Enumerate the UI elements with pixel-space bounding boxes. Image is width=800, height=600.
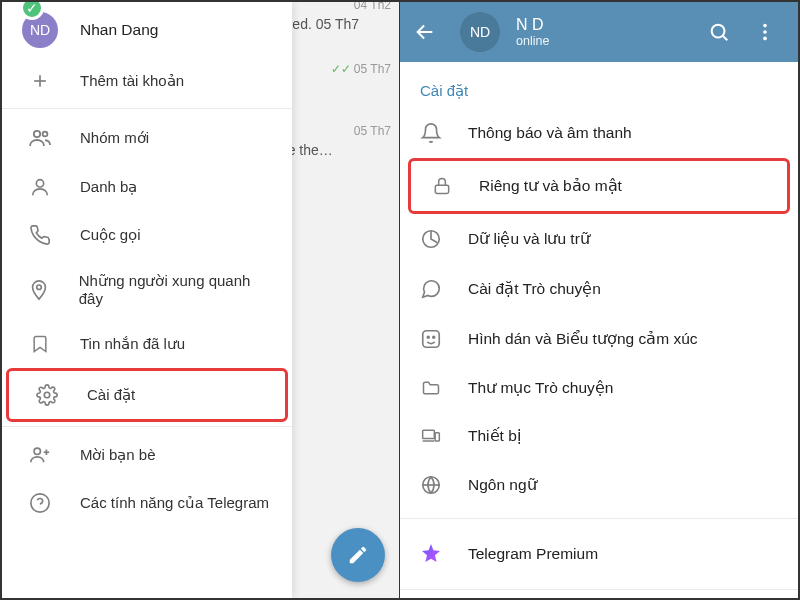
phone-icon bbox=[22, 224, 58, 246]
contact-icon bbox=[22, 176, 58, 198]
svg-point-7 bbox=[34, 448, 40, 454]
lock-icon bbox=[429, 175, 455, 197]
setting-label: Cài đặt Trò chuyện bbox=[468, 280, 601, 298]
smile-icon bbox=[418, 328, 444, 350]
setting-item-devices[interactable]: Thiết bị bbox=[400, 412, 798, 460]
menu-label: Những người xung quanh đây bbox=[79, 272, 272, 307]
divider bbox=[400, 518, 798, 519]
chat-list-background: 04 Th2 anged. 05 Th7 05 Th7 05 Th7 l me … bbox=[289, 2, 399, 598]
sidebar-item-people-nearby[interactable]: Những người xung quanh đây bbox=[2, 259, 292, 320]
add-user-icon bbox=[22, 444, 58, 466]
help-icon bbox=[22, 492, 58, 514]
setting-item-data-storage[interactable]: Dữ liệu và lưu trữ bbox=[400, 214, 798, 264]
chat-time: 04 Th2 bbox=[354, 0, 391, 12]
menu-label: Tin nhắn đã lưu bbox=[80, 335, 185, 353]
folder-icon bbox=[418, 378, 444, 398]
svg-point-16 bbox=[763, 30, 767, 34]
setting-label: Telegram Premium bbox=[468, 545, 598, 563]
bell-icon bbox=[418, 122, 444, 144]
menu-label: Nhóm mới bbox=[80, 129, 149, 147]
divider bbox=[400, 589, 798, 590]
search-button[interactable] bbox=[708, 21, 738, 43]
search-icon bbox=[708, 21, 738, 43]
svg-line-14 bbox=[723, 36, 727, 40]
svg-point-3 bbox=[43, 132, 48, 137]
compose-fab[interactable] bbox=[331, 528, 385, 582]
globe-icon bbox=[418, 474, 444, 496]
svg-point-17 bbox=[763, 37, 767, 41]
menu-label: Các tính năng của Telegram bbox=[80, 494, 269, 512]
sidebar-item-saved-messages[interactable]: Tin nhắn đã lưu bbox=[2, 320, 292, 368]
arrow-left-icon bbox=[414, 21, 444, 43]
svg-rect-18 bbox=[435, 185, 448, 193]
setting-item-folders[interactable]: Thư mục Trò chuyện bbox=[400, 364, 798, 412]
svg-point-21 bbox=[427, 336, 429, 338]
account-row[interactable]: ND Nhan Dang bbox=[2, 2, 292, 58]
account-name: Nhan Dang bbox=[80, 21, 158, 39]
setting-label: Riêng tư và bảo mật bbox=[479, 177, 622, 195]
sidebar-item-invite-friends[interactable]: Mời bạn bè bbox=[2, 431, 292, 479]
devices-icon bbox=[418, 426, 444, 446]
setting-item-premium[interactable]: Telegram Premium bbox=[400, 527, 798, 581]
header-avatar: ND bbox=[460, 12, 500, 52]
setting-label: Thư mục Trò chuyện bbox=[468, 379, 613, 397]
menu-label: Danh bạ bbox=[80, 178, 137, 196]
svg-point-4 bbox=[36, 180, 43, 187]
svg-rect-23 bbox=[423, 430, 435, 438]
menu-label: Cài đặt bbox=[87, 386, 135, 404]
more-vertical-icon bbox=[754, 21, 784, 43]
drawer-sidebar: ND Nhan Dang Thêm tài khoản Nhóm mới bbox=[2, 2, 292, 598]
right-pane: ND N D online Cài đặt bbox=[400, 2, 798, 598]
chat-time: 05 Th7 bbox=[354, 124, 391, 138]
bookmark-icon bbox=[22, 333, 58, 355]
gear-icon bbox=[29, 384, 65, 406]
menu-label: Thêm tài khoản bbox=[80, 72, 184, 90]
svg-point-10 bbox=[31, 494, 49, 512]
svg-point-22 bbox=[433, 336, 435, 338]
group-icon bbox=[22, 126, 58, 150]
sidebar-item-telegram-features[interactable]: Các tính năng của Telegram bbox=[2, 479, 292, 527]
chat-icon bbox=[418, 278, 444, 300]
sidebar-item-contacts[interactable]: Danh bạ bbox=[2, 163, 292, 211]
more-button[interactable] bbox=[754, 21, 784, 43]
svg-rect-25 bbox=[435, 433, 439, 441]
left-pane: ✓ 04 Th2 anged. 05 Th7 05 Th7 05 Th7 l m… bbox=[2, 2, 400, 598]
sidebar-item-settings[interactable]: Cài đặt bbox=[6, 368, 288, 422]
setting-label: Thiết bị bbox=[468, 427, 521, 445]
star-icon bbox=[418, 541, 444, 567]
pie-icon bbox=[418, 228, 444, 250]
nearby-icon bbox=[22, 279, 57, 301]
setting-label: Hình dán và Biểu tượng cảm xúc bbox=[468, 330, 698, 348]
sidebar-item-calls[interactable]: Cuộc gọi bbox=[2, 211, 292, 259]
svg-rect-20 bbox=[423, 331, 440, 348]
pencil-icon bbox=[347, 544, 369, 566]
setting-label: Thông báo và âm thanh bbox=[468, 124, 632, 142]
chat-time: 05 Th7 bbox=[331, 62, 392, 76]
add-account-button[interactable]: Thêm tài khoản bbox=[2, 58, 292, 104]
back-button[interactable] bbox=[414, 21, 444, 43]
menu-label: Cuộc gọi bbox=[80, 226, 141, 244]
svg-point-6 bbox=[44, 392, 50, 398]
divider bbox=[2, 426, 292, 427]
plus-icon bbox=[22, 71, 58, 91]
setting-item-notifications[interactable]: Thông báo và âm thanh bbox=[400, 108, 798, 158]
setting-label: Dữ liệu và lưu trữ bbox=[468, 230, 590, 248]
setting-item-chat-settings[interactable]: Cài đặt Trò chuyện bbox=[400, 264, 798, 314]
svg-point-2 bbox=[34, 131, 40, 137]
setting-item-stickers[interactable]: Hình dán và Biểu tượng cảm xúc bbox=[400, 314, 798, 364]
svg-point-5 bbox=[37, 284, 42, 289]
menu-label: Mời bạn bè bbox=[80, 446, 156, 464]
settings-scroll[interactable]: Cài đặt Thông báo và âm thanh Riêng tư v… bbox=[400, 62, 798, 598]
section-title-settings: Cài đặt bbox=[400, 74, 798, 108]
settings-header: ND N D online bbox=[400, 2, 798, 62]
sidebar-item-new-group[interactable]: Nhóm mới bbox=[2, 113, 292, 163]
svg-point-15 bbox=[763, 24, 767, 28]
setting-item-language[interactable]: Ngôn ngữ bbox=[400, 460, 798, 510]
header-subtitle: online bbox=[516, 34, 692, 48]
setting-label: Ngôn ngữ bbox=[468, 476, 537, 494]
divider bbox=[2, 108, 292, 109]
svg-point-13 bbox=[712, 25, 725, 38]
setting-item-privacy[interactable]: Riêng tư và bảo mật bbox=[408, 158, 790, 214]
header-title: N D bbox=[516, 16, 692, 34]
